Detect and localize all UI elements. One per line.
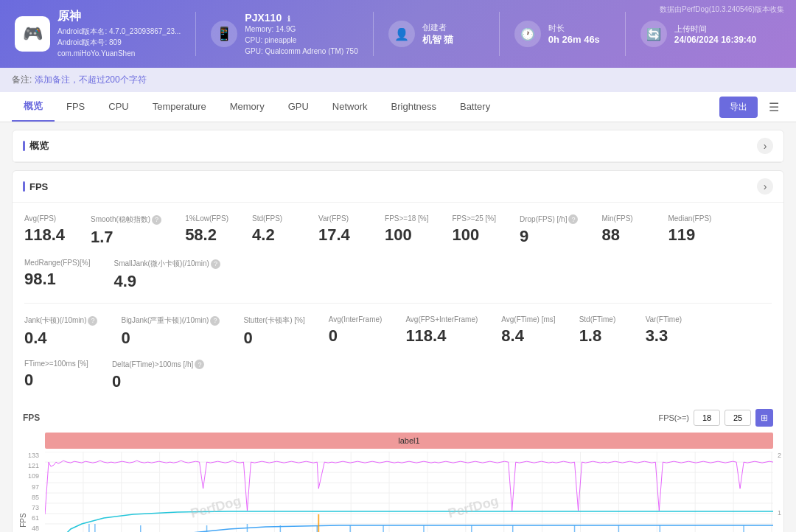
stat-cell: FPS>=25 [%] 100 [441, 209, 508, 253]
creator-info: 创建者 机智 猫 [422, 22, 454, 46]
stat-cell: Drop(FPS) [/h] ? 9 [508, 209, 590, 253]
fps-gte-label: FPS(>=) [658, 413, 689, 422]
divider-3 [499, 12, 500, 56]
chart-svg-wrapper: 133 121 109 97 85 73 61 48 36 24 12 0 FP… [45, 452, 773, 532]
stat-cell: Std(FPS) 4.2 [240, 209, 307, 253]
stat-cell: Delta(FTime)>100ms [/h] ? 0 [100, 354, 217, 397]
duration-value: 0h 26m 46s [548, 34, 600, 45]
tab-temperature[interactable]: Temperature [141, 94, 218, 121]
info-icon[interactable]: ? [568, 214, 578, 224]
tab-battery[interactable]: Battery [448, 94, 502, 121]
stat-label: Min(FPS) [601, 214, 644, 223]
y-label-121: 121 [28, 462, 39, 469]
fps-threshold-1[interactable] [694, 410, 720, 426]
stat-label: MedRange(FPS)[%] [24, 259, 90, 267]
remark-bar: 备注: 添加备注，不超过200个字符 [0, 68, 796, 92]
stat-label: Avg(InterFrame) [329, 315, 383, 323]
stat-value: 100 [453, 225, 496, 245]
y-right-1: 1 [778, 509, 781, 517]
stat-label: Var(FTime) [646, 315, 688, 323]
app-icon: 🎮 [15, 16, 50, 52]
export-button[interactable]: 导出 [719, 97, 758, 118]
stat-value: 100 [385, 225, 428, 245]
stat-value: 0 [243, 329, 304, 348]
stat-label: 1%Low(FPS) [185, 214, 228, 223]
y-label-109: 109 [28, 472, 39, 480]
stat-label: FPS>=18 [%] [385, 214, 428, 223]
header: 数据由PerfDog(10.3.240546)版本收集 🎮 原神 Android… [0, 0, 796, 68]
stat-cell: Var(FPS) 17.4 [307, 209, 373, 253]
info-icon[interactable]: ? [210, 316, 220, 326]
top-note: 数据由PerfDog(10.3.240546)版本收集 [660, 4, 784, 15]
info-icon[interactable]: ? [152, 215, 161, 225]
stat-cell: SmallJank(微小卡顿)(/10min) ? 4.9 [102, 253, 231, 297]
device-cpu: CPU: pineapple [245, 35, 357, 46]
tab-memory[interactable]: Memory [218, 94, 276, 121]
stat-value: 0.4 [24, 329, 97, 348]
stat-cell: Avg(FPS+InterFrame) 118.4 [394, 309, 489, 354]
tab-fps[interactable]: FPS [55, 94, 97, 121]
device-info-icon: ℹ [287, 15, 290, 23]
duration-info: 时长 0h 26m 46s [548, 23, 600, 45]
duration-label: 时长 [548, 23, 600, 34]
tab-gpu[interactable]: GPU [276, 94, 321, 121]
content: 概览 › FPS › Avg(FPS) 118.4 Smooth(稳帧指数) ?… [0, 130, 796, 532]
stat-value: 58.2 [185, 225, 228, 245]
fps-section-toggle[interactable]: › [757, 178, 773, 195]
fps-stats-row2: Jank(卡顿)(/10min) ? 0.4 BigJank(严重卡顿)(/10… [13, 304, 783, 403]
stat-value: 0 [24, 371, 88, 390]
divider-2 [373, 12, 374, 56]
stat-label: FTime>=100ms [%] [24, 360, 88, 368]
stat-value: 0 [121, 329, 220, 348]
stat-value: 4.9 [114, 272, 220, 291]
label-bar-text: label1 [398, 436, 419, 445]
stat-value: 118.4 [24, 225, 67, 245]
fps-threshold-2[interactable] [725, 410, 751, 426]
device-gpu: GPU: Qualcomm Adreno (TM) 750 [245, 46, 357, 57]
tab-bar: 概览 FPS CPU Temperature Memory GPU Networ… [0, 92, 796, 122]
overview-toggle[interactable]: › [757, 138, 773, 154]
chart-settings-icon[interactable]: ⊞ [755, 409, 773, 427]
device-name: PJX110 ℹ [245, 12, 357, 24]
app-android-version: Android版本号: 809 [57, 37, 181, 48]
y-axis-fps-label: FPS [19, 498, 27, 532]
tab-network[interactable]: Network [321, 94, 380, 121]
device-memory: Memory: 14.9G [245, 24, 357, 35]
creator-value: 机智 猫 [422, 33, 454, 46]
overview-header: 概览 › [13, 130, 783, 162]
app-details: 原神 Android版本名: 4.7.0_23093867_23... Andr… [57, 9, 181, 59]
fps-stats-row1: Avg(FPS) 118.4 Smooth(稳帧指数) ? 1.7 1%Low(… [13, 203, 783, 303]
creator-stat: 👤 创建者 机智 猫 [388, 21, 484, 47]
fps-chart-svg: PerfDog PerfDog [45, 452, 773, 532]
stat-label: SmallJank(微小卡顿)(/10min) ? [114, 259, 220, 269]
stat-label: Avg(FPS+InterFrame) [405, 315, 478, 323]
menu-icon[interactable]: ☰ [764, 97, 784, 117]
stat-label: Stutter(卡顿率) [%] [243, 315, 304, 326]
stat-value: 9 [520, 227, 578, 246]
duration-icon: 🕐 [514, 21, 541, 47]
fps-section: FPS › Avg(FPS) 118.4 Smooth(稳帧指数) ? 1.7 … [12, 170, 784, 532]
stat-value: 88 [601, 225, 644, 245]
tab-overview[interactable]: 概览 [12, 92, 55, 122]
info-icon[interactable]: ? [88, 316, 97, 326]
tab-brightness[interactable]: Brightness [380, 94, 448, 121]
stat-cell: Stutter(卡顿率) [%] 0 [231, 309, 316, 354]
stat-value: 1.7 [91, 228, 161, 247]
stat-label: Std(FTime) [579, 315, 622, 323]
creator-label: 创建者 [422, 22, 454, 33]
app-android-name: Android版本名: 4.7.0_23093867_23... [57, 26, 181, 37]
fps-section-title: FPS [23, 181, 48, 192]
stat-value: 0 [112, 372, 205, 391]
y-axis-left: 133 121 109 97 85 73 61 48 36 24 12 0 [13, 452, 42, 532]
info-icon[interactable]: ? [211, 259, 220, 269]
svg-text:PerfDog: PerfDog [189, 493, 242, 520]
app-package: com.miHoYo.YuanShen [57, 48, 181, 59]
info-icon[interactable]: ? [195, 360, 204, 369]
tab-cpu[interactable]: CPU [97, 94, 140, 121]
remark-link[interactable]: 添加备注，不超过200个字符 [35, 74, 147, 85]
stat-cell: 1%Low(FPS) 58.2 [173, 209, 240, 253]
stat-cell: Var(FTime) 3.3 [634, 309, 700, 354]
chart-controls: FPS(>=) ⊞ [658, 409, 773, 427]
stat-cell: Avg(InterFrame) 0 [317, 309, 394, 354]
duration-stat: 🕐 时长 0h 26m 46s [514, 21, 610, 47]
